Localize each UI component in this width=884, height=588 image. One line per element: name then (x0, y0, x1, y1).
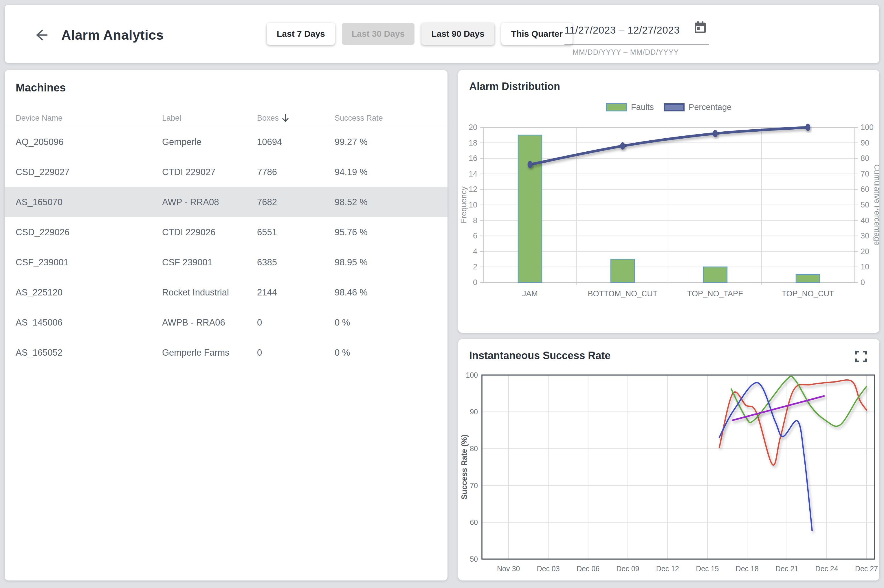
cell-device: AQ_205096 (16, 137, 162, 147)
cell-device: CSD_229027 (16, 167, 162, 177)
last-30-days-button[interactable]: Last 30 Days (342, 23, 414, 45)
date-input-underline (564, 44, 709, 45)
page-title: Alarm Analytics (62, 27, 164, 43)
cell-success-rate: 98.95 % (335, 257, 439, 268)
svg-text:14: 14 (469, 170, 477, 178)
cell-success-rate: 98.46 % (335, 287, 439, 298)
svg-text:4: 4 (473, 247, 477, 256)
svg-text:Nov 30: Nov 30 (497, 564, 520, 573)
svg-text:Frequency: Frequency (459, 186, 468, 224)
last-90-days-button[interactable]: Last 90 Days (422, 23, 494, 45)
alarm-distribution-panel: Alarm Distribution FaultsPercentage 0246… (458, 70, 879, 333)
svg-text:Dec 15: Dec 15 (696, 564, 719, 573)
legend-label: Percentage (689, 102, 731, 112)
alarm-distribution-chart: 024681012141618200102030405060708090100J… (458, 118, 879, 326)
cell-device: AS_165070 (16, 197, 162, 207)
legend-label: Faults (631, 102, 654, 112)
table-row-as-225120[interactable]: AS_225120Rocket Industrial214498.46 % (5, 278, 447, 308)
svg-text:50: 50 (470, 555, 478, 563)
svg-text:Dec 12: Dec 12 (656, 564, 679, 573)
sort-desc-arrow-icon (282, 112, 289, 125)
cell-boxes: 7682 (257, 197, 335, 207)
fullscreen-button[interactable] (854, 350, 868, 363)
cell-device: AS_165052 (16, 348, 162, 358)
success-rate-chart: Nov 30Dec 03Dec 06Dec 09Dec 12Dec 15Dec … (458, 372, 879, 578)
date-range-input[interactable]: 11/27/2023 – 12/27/2023 (564, 24, 692, 36)
pareto-legend: FaultsPercentage (458, 102, 879, 112)
cell-success-rate: 0 % (335, 318, 439, 328)
column-header-success-rate[interactable]: Success Rate (335, 114, 439, 123)
column-header-label[interactable]: Label (162, 114, 257, 123)
table-row-csd-229027[interactable]: CSD_229027CTDI 229027778694.19 % (5, 157, 447, 187)
percentage-swatch-icon (664, 103, 684, 111)
table-row-as-165070[interactable]: AS_165070AWP - RRA08768298.52 % (5, 187, 447, 218)
svg-text:Dec 09: Dec 09 (616, 564, 639, 573)
svg-text:30: 30 (860, 231, 869, 240)
column-header-device-name[interactable]: Device Name (16, 114, 162, 123)
svg-text:100: 100 (466, 372, 478, 379)
svg-text:80: 80 (860, 154, 869, 163)
faults-swatch-icon (606, 103, 627, 111)
svg-text:Dec 24: Dec 24 (815, 564, 838, 573)
svg-text:Dec 27: Dec 27 (855, 564, 878, 573)
cell-boxes: 6551 (257, 227, 335, 238)
svg-text:0: 0 (860, 278, 865, 287)
svg-text:Dec 06: Dec 06 (576, 564, 599, 573)
cell-label: Rocket Industrial (162, 287, 257, 298)
svg-text:90: 90 (470, 408, 478, 416)
machines-table-body: AQ_205096Gemperle1069499.27 %CSD_229027C… (5, 127, 447, 368)
cell-success-rate: 95.76 % (335, 227, 439, 238)
svg-text:TOP_NO_CUT: TOP_NO_CUT (782, 290, 834, 298)
svg-text:Success Rate (%): Success Rate (%) (460, 434, 469, 500)
svg-text:TOP_NO_TAPE: TOP_NO_TAPE (687, 290, 743, 298)
cell-label: CTDI 229027 (162, 167, 257, 177)
cell-boxes: 0 (257, 318, 335, 328)
table-row-as-165052[interactable]: AS_165052Gemperle Farms00 % (5, 338, 447, 368)
date-range-presets: Last 7 DaysLast 30 DaysLast 90 DaysThis … (267, 23, 573, 45)
cell-label: CSF 239001 (162, 257, 257, 268)
back-button[interactable] (32, 27, 49, 43)
cell-success-rate: 94.19 % (335, 167, 439, 177)
cell-device: CSF_239001 (16, 257, 162, 268)
svg-text:20: 20 (469, 123, 477, 132)
svg-text:10: 10 (469, 201, 477, 209)
legend-faults[interactable]: Faults (606, 102, 654, 112)
cell-boxes: 6385 (257, 257, 335, 268)
svg-text:80: 80 (470, 444, 478, 453)
cell-success-rate: 99.27 % (335, 137, 439, 147)
cell-label: CTDI 229026 (162, 227, 257, 238)
svg-text:100: 100 (860, 123, 873, 132)
arrow-left-icon (32, 40, 49, 44)
cell-label: Gemperle (162, 137, 257, 147)
table-row-as-145006[interactable]: AS_145006AWPB - RRA0600 % (5, 308, 447, 338)
last-7-days-button[interactable]: Last 7 Days (267, 23, 335, 45)
table-row-csf-239001[interactable]: CSF_239001CSF 239001638598.95 % (5, 248, 447, 278)
svg-text:40: 40 (860, 216, 869, 225)
svg-text:20: 20 (860, 247, 869, 256)
date-format-hint: MM/DD/YYYY – MM/DD/YYYY (573, 48, 679, 56)
svg-text:6: 6 (473, 231, 477, 240)
svg-text:10: 10 (860, 262, 869, 271)
svg-text:8: 8 (473, 216, 477, 225)
svg-text:90: 90 (860, 139, 869, 147)
svg-text:Dec 18: Dec 18 (736, 564, 759, 573)
cell-device: AS_225120 (16, 287, 162, 298)
fullscreen-icon (855, 359, 867, 364)
cell-label: AWP - RRA08 (162, 197, 257, 207)
table-row-aq-205096[interactable]: AQ_205096Gemperle1069499.27 % (5, 127, 447, 157)
cell-device: AS_145006 (16, 318, 162, 328)
legend-percentage[interactable]: Percentage (664, 102, 731, 112)
table-header-row: Device Name Label Boxes Success Rate (5, 110, 447, 126)
cell-success-rate: 98.52 % (335, 197, 439, 207)
cell-label: AWPB - RRA06 (162, 318, 257, 328)
svg-text:2: 2 (473, 262, 477, 271)
calendar-icon[interactable] (693, 20, 707, 36)
header-bar: Alarm Analytics Last 7 DaysLast 30 DaysL… (5, 4, 879, 63)
svg-text:50: 50 (860, 201, 869, 209)
svg-text:0: 0 (473, 278, 477, 287)
this-quarter-button[interactable]: This Quarter (501, 23, 573, 45)
column-header-boxes[interactable]: Boxes (257, 112, 335, 125)
date-range-field: 11/27/2023 – 12/27/2023 MM/DD/YYYY – MM/… (564, 21, 717, 52)
cell-boxes: 10694 (257, 137, 335, 147)
table-row-csd-229026[interactable]: CSD_229026CTDI 229026655195.76 % (5, 218, 447, 248)
